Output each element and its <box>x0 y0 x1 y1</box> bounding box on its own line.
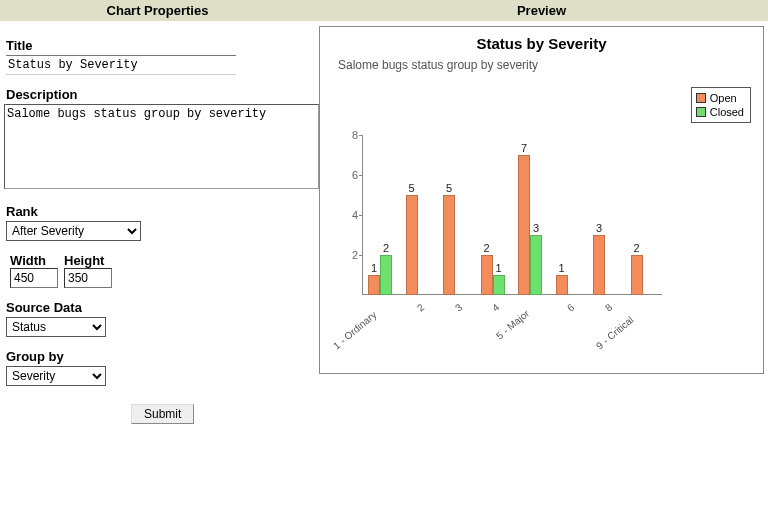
x-tick-label: 3 <box>453 301 464 313</box>
x-tick-label: 5 - Major <box>494 307 531 341</box>
title-label: Title <box>6 38 309 53</box>
x-tick-label: 9 - Critical <box>594 314 636 351</box>
group-by-label: Group by <box>6 349 309 364</box>
bar-open <box>368 275 380 295</box>
x-tick-label: 6 <box>565 301 576 313</box>
legend-label-open: Open <box>710 91 737 105</box>
bar-value-label: 5 <box>439 182 459 194</box>
width-input[interactable] <box>10 268 58 288</box>
legend-entry-closed: Closed <box>696 105 744 119</box>
rank-select[interactable]: After Severity <box>6 221 141 241</box>
description-label: Description <box>6 87 309 102</box>
x-tick-label: 1 - Ordinary <box>331 309 379 351</box>
y-tick-label: 8 <box>344 129 358 141</box>
bar-open <box>481 255 493 295</box>
source-data-select[interactable]: Status <box>6 317 106 337</box>
chart-plot-area: 12552173132 24681 - Ordinary2345 - Major… <box>362 135 662 295</box>
y-tick-label: 4 <box>344 209 358 221</box>
legend-label-closed: Closed <box>710 105 744 119</box>
y-tick-label: 2 <box>344 249 358 261</box>
bar-value-label: 3 <box>526 222 546 234</box>
width-label: Width <box>6 253 58 268</box>
submit-button[interactable]: Submit <box>131 404 194 424</box>
chart-properties-form: Title Description Rank After Severity Wi… <box>0 22 315 430</box>
rank-label: Rank <box>6 204 309 219</box>
bar-closed <box>530 235 542 295</box>
bar-value-label: 5 <box>402 182 422 194</box>
group-by-select[interactable]: Severity <box>6 366 106 386</box>
bar-value-label: 1 <box>489 262 509 274</box>
bar-open <box>443 195 455 295</box>
legend-entry-open: Open <box>696 91 744 105</box>
chart-preview: Status by Severity Salome bugs status gr… <box>319 26 764 374</box>
bar-value-label: 7 <box>514 142 534 154</box>
legend-swatch-open <box>696 93 706 103</box>
bar-closed <box>493 275 505 295</box>
chart-legend: Open Closed <box>691 87 751 123</box>
y-tick-label: 6 <box>344 169 358 181</box>
height-input[interactable] <box>64 268 112 288</box>
bar-value-label: 3 <box>589 222 609 234</box>
description-input[interactable] <box>4 104 319 189</box>
x-tick-label: 4 <box>490 301 501 313</box>
height-label: Height <box>60 253 112 268</box>
chart-subtitle: Salome bugs status group by severity <box>320 52 763 72</box>
preview-header: Preview <box>315 0 768 22</box>
bar-value-label: 2 <box>376 242 396 254</box>
bar-open <box>556 275 568 295</box>
bar-value-label: 1 <box>552 262 572 274</box>
bar-open <box>631 255 643 295</box>
bar-value-label: 2 <box>627 242 647 254</box>
chart-properties-header: Chart Properties <box>0 0 315 22</box>
chart-title: Status by Severity <box>320 27 763 52</box>
x-tick-label: 2 <box>415 301 426 313</box>
bar-open <box>593 235 605 295</box>
bar-value-label: 2 <box>477 242 497 254</box>
bar-closed <box>380 255 392 295</box>
x-tick-label: 8 <box>603 301 614 313</box>
source-data-label: Source Data <box>6 300 309 315</box>
bar-open <box>406 195 418 295</box>
legend-swatch-closed <box>696 107 706 117</box>
title-input[interactable] <box>6 55 236 75</box>
